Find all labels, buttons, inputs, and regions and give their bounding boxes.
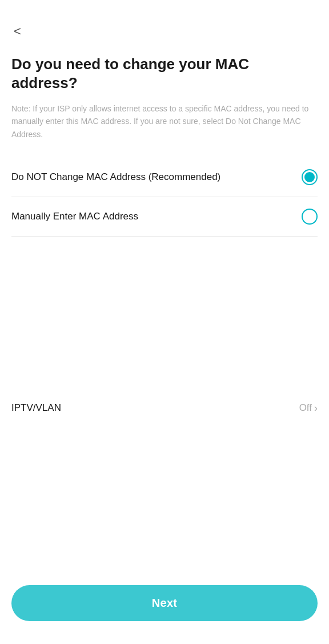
iptv-right: Off › (299, 402, 318, 414)
chevron-right-icon: › (314, 402, 318, 414)
option-do-not-change[interactable]: Do NOT Change MAC Address (Recommended) (11, 158, 318, 197)
back-icon: < (14, 25, 21, 38)
iptv-label: IPTV/VLAN (11, 402, 61, 414)
iptv-row[interactable]: IPTV/VLAN Off › (11, 391, 318, 426)
bottom-section: Next (0, 574, 329, 644)
back-button[interactable]: < (11, 23, 23, 40)
spacer (0, 426, 329, 574)
iptv-section: IPTV/VLAN Off › (0, 391, 329, 426)
option-manually-enter-label: Manually Enter MAC Address (11, 210, 302, 223)
screen: < Do you need to change your MAC address… (0, 0, 329, 644)
radio-manually-enter (302, 209, 318, 225)
header: < (0, 0, 329, 46)
option-manually-enter[interactable]: Manually Enter MAC Address (11, 197, 318, 237)
title-section: Do you need to change your MAC address? … (0, 46, 329, 158)
note-text: Note: If your ISP only allows internet a… (11, 102, 318, 141)
options-section: Do NOT Change MAC Address (Recommended) … (0, 158, 329, 385)
radio-do-not-change (302, 169, 318, 185)
iptv-value: Off (299, 402, 312, 414)
option-do-not-change-label: Do NOT Change MAC Address (Recommended) (11, 171, 302, 184)
radio-inner-selected (304, 172, 315, 182)
page-title: Do you need to change your MAC address? (11, 55, 318, 92)
next-button[interactable]: Next (11, 585, 318, 621)
